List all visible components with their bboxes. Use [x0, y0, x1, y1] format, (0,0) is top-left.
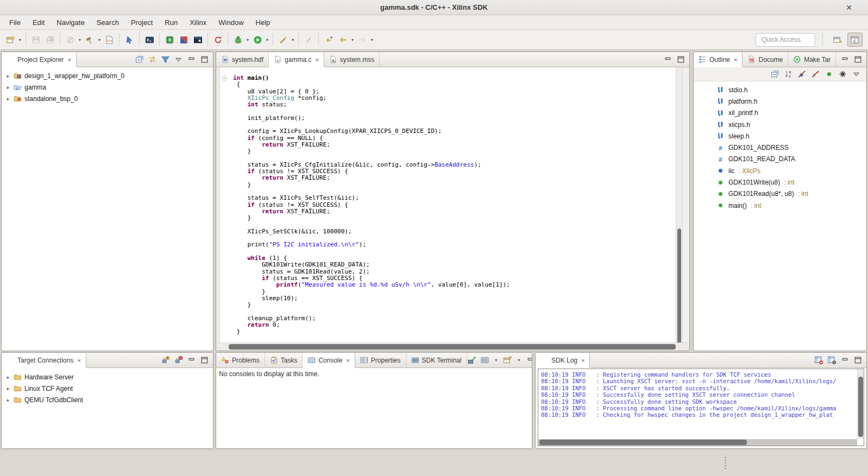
log-settings-button[interactable]: [827, 356, 836, 365]
external-tools-button[interactable]: [276, 33, 290, 47]
outline-item-iic[interactable]: iic : XIicPs: [694, 165, 866, 176]
tab-properties[interactable]: Properties: [355, 353, 406, 367]
display-console-button[interactable]: [480, 356, 489, 365]
new-wizard-button[interactable]: [3, 33, 17, 47]
expander-icon[interactable]: ▸: [5, 375, 11, 380]
expander-icon[interactable]: ▸: [5, 85, 11, 90]
pointer-button[interactable]: [122, 33, 136, 47]
maximize-button[interactable]: [200, 356, 209, 365]
outline-item-gdk101-address[interactable]: #GDK101_ADDRESS: [694, 142, 866, 153]
add-connection-button[interactable]: [161, 356, 170, 365]
dropdown-arrow-icon[interactable]: ▾: [350, 37, 355, 42]
editor-horizontal-scrollbar[interactable]: [216, 342, 689, 351]
last-edit-button[interactable]: [322, 33, 336, 47]
outline-item-gdk101read-u8-u8-[interactable]: GDK101Read(u8*, u8) : int: [694, 188, 866, 200]
project-item-gamma[interactable]: ▸Cgamma: [2, 81, 213, 93]
expander-icon[interactable]: ▸: [5, 73, 11, 79]
menu-xilinx[interactable]: Xilinx: [184, 16, 212, 29]
terminal-button[interactable]: [142, 33, 156, 47]
tab-outline[interactable]: Outline×: [694, 52, 743, 67]
outline-item-xil-printf-h[interactable]: xil_printf.h: [694, 107, 866, 119]
tab-system-hdf[interactable]: system.hdf: [216, 52, 269, 67]
close-icon[interactable]: ×: [581, 357, 584, 364]
linker-script-button[interactable]: 010: [102, 33, 116, 47]
minimize-button[interactable]: [187, 356, 196, 365]
maximize-button[interactable]: [676, 55, 685, 64]
menu-help[interactable]: Help: [250, 16, 276, 29]
tab-sdk-terminal[interactable]: SDK Terminal: [406, 353, 467, 367]
menu-window[interactable]: Window: [212, 16, 249, 29]
scrollbar-thumb[interactable]: [858, 377, 863, 437]
minimize-button[interactable]: [840, 356, 850, 365]
fold-collapse-icon[interactable]: [221, 74, 228, 80]
tab-system-mss[interactable]: system.mss: [324, 52, 380, 67]
scrollbar-thumb[interactable]: [677, 229, 681, 344]
menu-search[interactable]: Search: [91, 16, 125, 29]
dropdown-arrow-icon[interactable]: ▾: [265, 37, 270, 42]
tab-docume[interactable]: Docume: [743, 52, 788, 67]
editor-vertical-scrollbar[interactable]: [676, 67, 682, 342]
view-menu-button[interactable]: [174, 55, 183, 64]
close-icon[interactable]: ×: [734, 56, 737, 63]
minimize-button[interactable]: [187, 55, 196, 64]
minimize-button[interactable]: [663, 55, 672, 64]
close-icon[interactable]: ×: [67, 56, 71, 63]
tab-make-tar[interactable]: Make Tar: [788, 52, 836, 67]
dropdown-arrow-icon[interactable]: ▾: [17, 37, 23, 42]
expander-icon[interactable]: ▸: [5, 397, 11, 403]
scrollbar-thumb[interactable]: [539, 440, 747, 445]
pin-console-button[interactable]: [467, 356, 476, 365]
cpp-perspective-button[interactable]: C: [847, 33, 863, 47]
tab-gamma-c[interactable]: cgamma.c×: [269, 52, 324, 67]
collapse-all-button[interactable]: [770, 69, 779, 79]
connection-item-linux-tcf-agent[interactable]: ▸Linux TCF Agent: [2, 383, 213, 394]
log-vertical-scrollbar[interactable]: [857, 369, 864, 439]
filters-button[interactable]: [838, 69, 847, 79]
outline-item-stdio-h[interactable]: stdio.h: [694, 84, 866, 96]
scrollbar-thumb[interactable]: [229, 344, 676, 350]
open-console-button[interactable]: [503, 356, 512, 365]
outline-item-platform-h[interactable]: platform.h: [694, 96, 866, 107]
link-editor-button[interactable]: [148, 55, 157, 64]
dropdown-arrow-icon[interactable]: ▾: [290, 37, 295, 42]
sdk-log-lines[interactable]: 08:10:19 INFO : Registering command hand…: [539, 370, 857, 439]
clear-log-button[interactable]: [814, 356, 823, 365]
remove-connection-button[interactable]: [174, 356, 183, 365]
hide-static-button[interactable]: ss: [811, 69, 820, 79]
outline-item-sleep-h[interactable]: sleep.h: [694, 130, 866, 142]
tab-problems[interactable]: Problems: [216, 353, 265, 367]
minimize-button[interactable]: [526, 356, 532, 365]
menu-run[interactable]: Run: [159, 16, 184, 29]
quick-access-box[interactable]: Quick Access: [756, 33, 815, 47]
connection-item-hardware-server[interactable]: ▸Hardware Server: [2, 371, 213, 383]
tab-target-connections[interactable]: Target Connections ×: [2, 353, 86, 368]
expander-icon[interactable]: ▸: [5, 96, 11, 101]
maximize-button[interactable]: [853, 55, 863, 64]
menu-file[interactable]: File: [3, 16, 27, 29]
sort-button[interactable]: az: [784, 69, 793, 79]
hide-fields-button[interactable]: [797, 69, 807, 79]
tab-project-explorer[interactable]: Project Explorer ×: [2, 52, 77, 67]
dropdown-arrow-icon[interactable]: ▾: [516, 356, 522, 365]
filter-button[interactable]: [161, 55, 170, 64]
outline-item-main-[interactable]: main() : int: [694, 200, 866, 211]
maximize-button[interactable]: [200, 55, 209, 64]
statusbar-drag-handle[interactable]: [725, 457, 726, 469]
project-item-design-1-wrapper-hw-platform-0[interactable]: ▸design_1_wrapper_hw_platform_0: [2, 70, 213, 81]
dropdown-arrow-icon[interactable]: ▾: [77, 37, 83, 42]
connection-item-qemu-tcfgdbclient[interactable]: ▸QEMU TcfGdbClient: [2, 394, 213, 405]
project-item-standalone-bsp-0[interactable]: ▸standalone_bsp_0: [2, 93, 213, 104]
sdk-window-button[interactable]: [191, 33, 205, 47]
open-perspective-button[interactable]: [830, 33, 845, 47]
tab-sdk-log[interactable]: SDK Log ×: [536, 353, 590, 368]
build-button[interactable]: [83, 33, 97, 47]
code-area[interactable]: int main() { u8 value[2] = { 0 }; XIicPs…: [229, 67, 676, 342]
view-menu-button[interactable]: [852, 69, 861, 79]
outline-item-gdk101write-u8-[interactable]: GDK101Write(u8) : int: [694, 176, 866, 188]
dropdown-arrow-icon[interactable]: ▾: [493, 356, 499, 365]
run-button[interactable]: [250, 33, 265, 47]
menu-project[interactable]: Project: [125, 16, 159, 29]
xilinx-tools-button[interactable]: [177, 33, 191, 47]
close-icon[interactable]: ×: [77, 357, 80, 364]
editor-body[interactable]: int main() { u8 value[2] = { 0 }; XIicPs…: [216, 67, 689, 351]
